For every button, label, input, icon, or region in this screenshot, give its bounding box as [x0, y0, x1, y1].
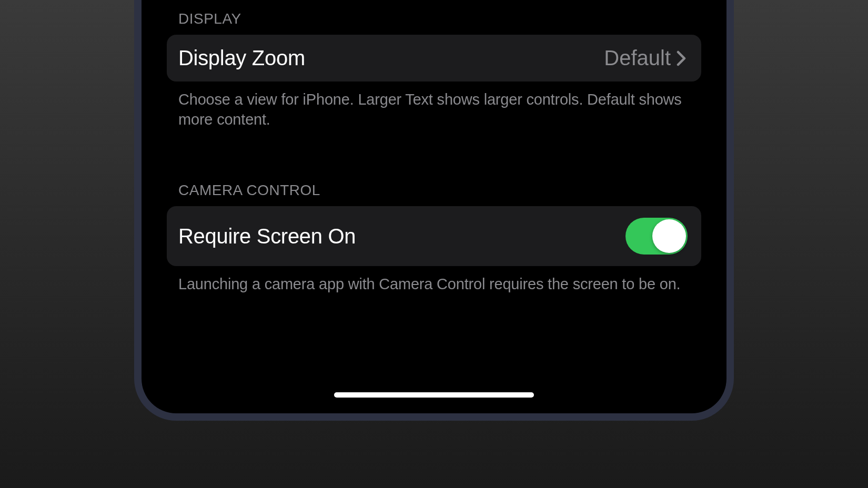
display-zoom-label: Display Zoom: [178, 46, 305, 70]
display-section-footer: Choose a view for iPhone. Larger Text sh…: [167, 82, 701, 144]
camera-control-section-footer: Launching a camera app with Camera Contr…: [167, 266, 701, 309]
require-screen-on-toggle[interactable]: [625, 218, 688, 255]
camera-control-section-header: CAMERA CONTROL: [167, 166, 701, 206]
phone-screen: DISPLAY Display Zoom Default Choose a vi…: [157, 0, 711, 413]
phone-frame: DISPLAY Display Zoom Default Choose a vi…: [134, 0, 734, 421]
display-section-header: DISPLAY: [167, 0, 701, 35]
chevron-right-icon: [675, 49, 688, 68]
home-indicator[interactable]: [334, 392, 534, 398]
display-zoom-value: Default: [604, 46, 671, 70]
require-screen-on-label: Require Screen On: [178, 225, 356, 248]
display-zoom-trailing: Default: [604, 46, 688, 70]
display-zoom-row[interactable]: Display Zoom Default: [167, 35, 701, 82]
toggle-knob: [652, 219, 686, 253]
require-screen-on-row[interactable]: Require Screen On: [167, 206, 701, 266]
